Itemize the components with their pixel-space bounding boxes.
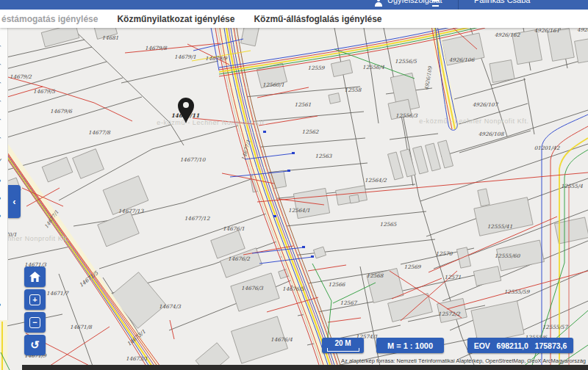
parcel-label: 12567 [340,300,358,306]
building [401,149,416,177]
parcel-label: 12559 [308,65,326,71]
map-ratio-label: M = 1 : 1000 [387,341,433,350]
parcel-label: 12570 [436,250,453,257]
menu-icon[interactable] [432,0,439,7]
eov-coordinates-badge: EOV 698211,0 175873,6 [467,338,573,353]
legend-item-icon: ✓ [0,158,3,164]
parcel-boundary [334,28,365,189]
top-app-bar: Ügyfélszolgálat Pálinkás Csaba [0,0,588,10]
utility-line [210,28,219,70]
panel-collapse-button[interactable]: ‹ [8,185,21,218]
legend-item-icon: ⌢ [0,116,1,123]
legend-item-icon: ⌢ [0,134,1,141]
building [575,38,588,63]
building [313,247,326,258]
parcel-boundary [254,138,365,148]
utility-marker [302,246,305,248]
parcel-label: 14679/6 [50,108,73,115]
main-tab-bar: éstámogatás igénylése Közműnyilatkozat i… [0,10,588,28]
building [456,247,470,268]
utility-marker [273,215,276,217]
legend-item-icon: ⌢ [0,61,1,68]
parcel-label: 4926/108 [478,131,505,137]
parcel-label: 12556/5 [395,58,417,65]
parcel-label: 14677/10 [180,156,207,163]
minus-icon: − [29,317,40,328]
parcel-label: 12560/1 [262,81,284,88]
building [241,28,259,46]
parcel-label: 14681 [102,35,119,41]
parcel-label: 12561 [295,101,312,108]
zoom-in-button[interactable]: + [24,289,46,310]
building [331,59,352,76]
legend-item-icon: ● [0,213,1,220]
undo-icon: ↺ [30,339,40,350]
parcel-label: 12555/60 [495,253,521,259]
legend-item-icon: ● [0,195,1,202]
parcel-boundary [72,28,184,145]
legend-item-icon: ● [0,178,1,184]
parcel-boundary [121,61,218,83]
building [349,195,359,203]
parcel-boundary [59,274,94,370]
building [438,140,453,168]
parcel-boundary [0,47,92,70]
legend-item-icon: ⌢ [0,79,1,86]
parcel-label: 14671/8 [70,324,93,330]
parcel-label: 4926/109 [423,65,434,90]
parcel-label: 12571 [445,274,462,280]
parcel-label: 14676/5 [282,286,304,292]
map-canvas[interactable]: e-közmű - Lechner Nonprofit Kft.e-közmű … [0,28,588,370]
scale-bar-bracket [327,348,359,352]
map-svg: e-közmű - Lechner Nonprofit Kft.e-közmű … [0,28,588,370]
parcel-label: 14679/2 [10,73,32,80]
building [329,93,340,104]
parcel-label: 12564/2 [365,177,387,184]
building [41,28,79,47]
utility-marker [287,170,290,172]
parcel-label: 4926/162 [495,32,520,38]
parcel-label: 14676/4 [270,336,293,343]
parcel-label: 12565 [380,221,397,228]
parcel-label: 14677/8 [88,129,111,136]
utility-line [125,43,220,53]
utility-line [39,327,110,370]
parcel-label: 14671/7 [46,290,69,297]
home-icon [29,272,40,282]
utility-line [257,173,588,202]
parcel-label: 14676/3 [241,285,263,291]
parcel-label: 12555/4 [561,183,583,189]
tab-tervezestamogatas[interactable]: éstámogatás igénylése [1,14,98,24]
utility-line [257,87,309,98]
zoom-out-button[interactable]: − [24,312,46,333]
utility-line [259,116,318,126]
tab-kozmunyilatkozat[interactable]: Közműnyilatkozat igénylése [117,14,234,24]
utility-marker [263,131,266,133]
parcel-label: 12564/1 [288,207,310,214]
utility-marker [311,255,314,258]
user-menu[interactable]: Pálinkás Csaba [474,0,530,4]
parcel-boundary [524,78,534,134]
parcel-label: 14677/12 [184,215,210,222]
parcel-label: 14677/13 [118,208,144,214]
map-ratio-badge: M = 1 : 1000 [376,338,444,353]
parcel-label: 12568 [367,272,384,279]
parcel-label: 4926/107 [473,101,499,108]
parcel-boundary [403,275,478,291]
parcel-label: 4926/106 [449,57,476,63]
home-button[interactable] [24,266,46,287]
building [473,266,501,286]
legend-item-icon: ● [0,302,1,308]
tab-kozmu-allasfoglalas[interactable]: Közmű-állásfoglalás igénylése [254,14,381,24]
topbar-divider [458,0,459,10]
building [42,157,73,182]
bottom-edge-bar [22,365,588,370]
parcel-label: 12569 [404,264,422,270]
previous-extent-button[interactable]: ↺ [24,335,46,355]
layer-legend-strip[interactable]: ⌢⌢⌢⌢⌢⌢✓●●●****●● [0,28,8,320]
building [98,211,139,247]
scale-bar-label: 20 M [334,340,351,347]
parcel-boundary [0,247,70,261]
parcel-label: 12563 [315,153,332,159]
building [490,60,514,83]
